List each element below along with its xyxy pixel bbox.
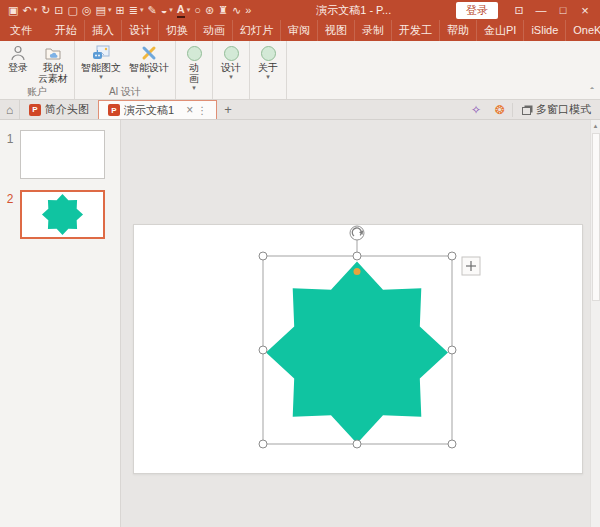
tab-home[interactable]: 开始 bbox=[48, 20, 85, 41]
scroll-up-icon[interactable]: ▴ bbox=[591, 120, 600, 132]
redo-icon[interactable]: ↻ bbox=[41, 1, 50, 19]
selection-overlay bbox=[121, 120, 599, 527]
close-button[interactable]: × bbox=[574, 3, 596, 18]
find-icon[interactable]: ◎ bbox=[82, 1, 92, 19]
close-tab-icon[interactable]: × bbox=[186, 103, 193, 117]
resize-handle-s[interactable] bbox=[353, 440, 361, 448]
font-color-dropdown-icon[interactable]: ▾ bbox=[187, 1, 191, 19]
ink-dropdown-icon[interactable]: ▾ bbox=[169, 1, 173, 19]
resize-handle-e[interactable] bbox=[448, 346, 456, 354]
smart-design-button[interactable]: 智能设计 ▾ bbox=[126, 43, 172, 82]
resize-handle-ne[interactable] bbox=[448, 252, 456, 260]
tab-slideshow[interactable]: 幻灯片 bbox=[233, 20, 281, 41]
group-design: 设计 ▾ bbox=[213, 41, 250, 99]
stamp-icon[interactable]: ♜ bbox=[218, 1, 228, 19]
paragraph-icon[interactable]: ≣ bbox=[129, 1, 138, 19]
undo-dropdown-icon[interactable]: ▾ bbox=[34, 1, 38, 19]
collapse-ribbon-icon[interactable]: ˆ bbox=[590, 86, 594, 98]
paragraph-dropdown-icon[interactable]: ▾ bbox=[140, 1, 144, 19]
ribbon-tab-row: 文件开始插入设计切换动画幻灯片审阅视图录制开发工帮助金山PIiSlideOneK… bbox=[0, 20, 600, 41]
adjust-handle[interactable] bbox=[354, 268, 361, 275]
multi-window-label: 多窗口模式 bbox=[536, 102, 591, 117]
tab-more-icon[interactable]: ⋮ bbox=[197, 105, 207, 116]
ink-color-icon[interactable]: ◒ bbox=[161, 1, 168, 19]
settings-gear-icon[interactable]: ❂ bbox=[488, 103, 513, 117]
crossed-tools-icon bbox=[140, 44, 158, 62]
editing-canvas[interactable]: ▴ bbox=[121, 120, 600, 527]
tab-view[interactable]: 视图 bbox=[318, 20, 355, 41]
font-color-icon[interactable]: A bbox=[177, 3, 185, 18]
group-label-account: 账户 bbox=[3, 86, 71, 99]
slide-panel: 1 2 bbox=[0, 120, 121, 527]
save-icon[interactable]: ▣ bbox=[8, 1, 18, 19]
group-label-ai-design: AI 设计 bbox=[78, 86, 172, 99]
about-button[interactable]: 关于 ▾ bbox=[253, 43, 283, 82]
animation-button[interactable]: 动 画 ▾ bbox=[179, 43, 209, 93]
pen-icon[interactable]: ✎ bbox=[147, 1, 156, 19]
document-tab-intro[interactable]: P 简介头图 bbox=[20, 100, 98, 119]
tab-developer[interactable]: 开发工 bbox=[392, 20, 440, 41]
slideshow-icon[interactable]: ⊡ bbox=[54, 1, 63, 19]
new-document-icon[interactable]: ▢ bbox=[68, 1, 78, 19]
slide-2-thumb[interactable] bbox=[20, 190, 105, 239]
ppt-file-icon: P bbox=[29, 104, 41, 116]
star-shape-thumb bbox=[42, 194, 83, 235]
audio-icon[interactable]: ∿ bbox=[232, 1, 241, 19]
dropdown-arrow-icon: ▾ bbox=[192, 84, 196, 92]
document-tab-label: 简介头图 bbox=[45, 102, 89, 117]
design-button[interactable]: 设计 ▾ bbox=[216, 43, 246, 82]
tab-islide[interactable]: iSlide bbox=[524, 20, 566, 41]
window-title: 演示文稿1 - P... bbox=[316, 3, 391, 18]
circle-shape-icon[interactable]: ○ bbox=[194, 1, 201, 19]
album-dropdown-icon[interactable]: ▾ bbox=[108, 1, 112, 19]
smart-graphics-button[interactable]: 智能图文 ▾ bbox=[78, 43, 124, 82]
person-outline-icon bbox=[9, 44, 27, 62]
new-tab-button[interactable]: + bbox=[217, 100, 239, 119]
table-icon[interactable]: ⊞ bbox=[116, 1, 125, 19]
tab-onekey[interactable]: OneKe bbox=[566, 20, 600, 41]
robot-picture-icon bbox=[91, 44, 111, 62]
ribbon-content: 登录 我的 云素材 账户 智能图文 ▾ bbox=[0, 41, 600, 100]
tab-review[interactable]: 审阅 bbox=[281, 20, 318, 41]
multi-window-mode-button[interactable]: 多窗口模式 bbox=[513, 102, 600, 117]
login-button[interactable]: 登录 bbox=[3, 43, 33, 74]
resize-handle-nw[interactable] bbox=[259, 252, 267, 260]
home-icon[interactable]: ⌂ bbox=[0, 100, 20, 119]
photo-album-icon[interactable]: ▤ bbox=[96, 1, 106, 19]
resize-handle-w[interactable] bbox=[259, 346, 267, 354]
maximize-button[interactable]: □ bbox=[552, 4, 574, 16]
quick-access-toolbar: ▣↶▾↻⊡▢◎▤▾⊞≣▾✎◒▾A▾○⊛♜∿» bbox=[8, 1, 251, 19]
resize-handle-n[interactable] bbox=[353, 252, 361, 260]
tab-file[interactable]: 文件 bbox=[0, 20, 42, 41]
tab-help[interactable]: 帮助 bbox=[440, 20, 477, 41]
undo-icon[interactable]: ↶ bbox=[22, 1, 31, 19]
tab-jinshan-pdf[interactable]: 金山PI bbox=[477, 20, 524, 41]
green-circle-icon bbox=[187, 46, 202, 61]
login-button-titlebar[interactable]: 登录 bbox=[456, 2, 498, 19]
slide-thumbnail-1[interactable]: 1 bbox=[0, 130, 120, 179]
resize-handle-se[interactable] bbox=[448, 440, 456, 448]
tab-record[interactable]: 录制 bbox=[355, 20, 392, 41]
my-cloud-materials-button[interactable]: 我的 云素材 bbox=[35, 43, 71, 85]
minimize-button[interactable]: — bbox=[530, 4, 552, 16]
group-account: 登录 我的 云素材 账户 bbox=[0, 41, 75, 99]
document-tab-presentation1[interactable]: P 演示文稿1 × ⋮ bbox=[98, 100, 217, 119]
scrollbar-thumb[interactable] bbox=[592, 133, 600, 301]
tab-transitions[interactable]: 切换 bbox=[159, 20, 196, 41]
quick-add-button[interactable] bbox=[462, 257, 480, 275]
application-window: ▣↶▾↻⊡▢◎▤▾⊞≣▾✎◒▾A▾○⊛♜∿» 演示文稿1 - P... 登录 ⊡… bbox=[0, 0, 600, 527]
tab-animations[interactable]: 动画 bbox=[196, 20, 233, 41]
tab-design[interactable]: 设计 bbox=[122, 20, 159, 41]
tab-insert[interactable]: 插入 bbox=[85, 20, 122, 41]
overflow-icon[interactable]: » bbox=[245, 1, 251, 19]
settings-icon[interactable]: ⊛ bbox=[205, 1, 214, 19]
resize-handle-sw[interactable] bbox=[259, 440, 267, 448]
dropdown-arrow-icon: ▾ bbox=[147, 73, 151, 81]
slide-thumbnail-2[interactable]: 2 bbox=[0, 190, 120, 239]
ribbon-options-icon[interactable]: ⊡ bbox=[508, 4, 530, 17]
vertical-scrollbar[interactable]: ▴ bbox=[590, 120, 600, 527]
slide-number: 1 bbox=[0, 130, 20, 179]
star-shape[interactable] bbox=[266, 262, 448, 444]
beautify-wand-icon[interactable]: ✧ bbox=[464, 103, 488, 117]
slide-1-thumb[interactable] bbox=[20, 130, 105, 179]
